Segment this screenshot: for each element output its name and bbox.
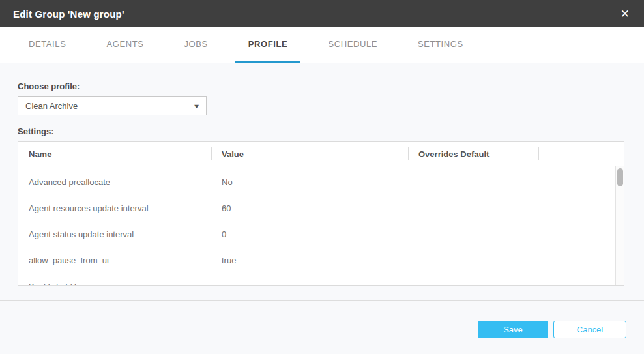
tab-label: SCHEDULE	[328, 39, 377, 49]
table-row[interactable]: Bind list of files	[18, 273, 615, 285]
cell-name: allow_pause_from_ui	[18, 256, 211, 265]
settings-table-header: Name Value Overrides Default	[18, 142, 624, 166]
cell-name: Agent status update interval	[18, 229, 211, 239]
table-row[interactable]: Agent status update interval 0	[18, 221, 615, 247]
close-icon[interactable]: ✕	[617, 6, 634, 22]
save-button[interactable]: Save	[478, 321, 548, 338]
chevron-down-icon: ▼	[193, 103, 201, 110]
column-header: Name	[18, 142, 211, 166]
scrollbar-thumb[interactable]	[617, 168, 623, 186]
tab[interactable]: SCHEDULE	[315, 27, 390, 63]
column-header: Overrides Default	[408, 142, 538, 166]
table-row[interactable]: Agent resources update interval 60	[18, 195, 615, 221]
settings-table: Name Value Overrides Default Advanced pr…	[18, 141, 624, 286]
tab-label: DETAILS	[29, 39, 66, 49]
tab-label: AGENTS	[106, 39, 143, 49]
cell-name: Bind list of files	[18, 282, 211, 286]
tab[interactable]: SETTINGS	[405, 27, 476, 63]
cell-name: Agent resources update interval	[18, 203, 211, 213]
tab[interactable]: PROFILE	[235, 27, 301, 63]
profile-tab-content: Choose profile: Clean Archive ▼ Settings…	[0, 63, 644, 300]
dialog-title: Edit Group 'New group'	[13, 8, 124, 20]
dialog-titlebar: Edit Group 'New group' ✕	[0, 0, 644, 27]
cell-value: No	[211, 177, 408, 187]
settings-rows: Advanced preallocate No Agent resources …	[18, 169, 615, 285]
profile-select-value: Clean Archive	[25, 101, 78, 111]
cancel-button[interactable]: Cancel	[553, 321, 626, 338]
table-scrollbar[interactable]	[615, 166, 624, 285]
choose-profile-label: Choose profile:	[18, 81, 626, 91]
edit-group-dialog: Edit Group 'New group' ✕ DETAILS AGENTS …	[0, 0, 644, 354]
tab[interactable]: DETAILS	[16, 27, 79, 63]
tab[interactable]: AGENTS	[93, 27, 156, 63]
settings-table-body: Advanced preallocate No Agent resources …	[18, 166, 624, 285]
tab-label: SETTINGS	[418, 39, 463, 49]
column-header: Value	[211, 142, 408, 166]
column-header	[538, 142, 624, 166]
tab[interactable]: JOBS	[171, 27, 220, 63]
tab-bar: DETAILS AGENTS JOBS PROFILE SCHEDULE SET…	[0, 27, 644, 63]
profile-select[interactable]: Clean Archive ▼	[18, 96, 207, 115]
dialog-footer: Save Cancel	[0, 300, 644, 354]
tab-label: JOBS	[184, 39, 207, 49]
cell-value: 60	[211, 203, 408, 213]
settings-label: Settings:	[18, 126, 626, 136]
table-row[interactable]: allow_pause_from_ui true	[18, 247, 615, 273]
cell-name: Advanced preallocate	[18, 177, 211, 187]
cell-value: 0	[211, 229, 408, 239]
table-row[interactable]: Advanced preallocate No	[18, 169, 615, 195]
tab-label: PROFILE	[248, 39, 288, 49]
cell-value: true	[211, 256, 408, 265]
